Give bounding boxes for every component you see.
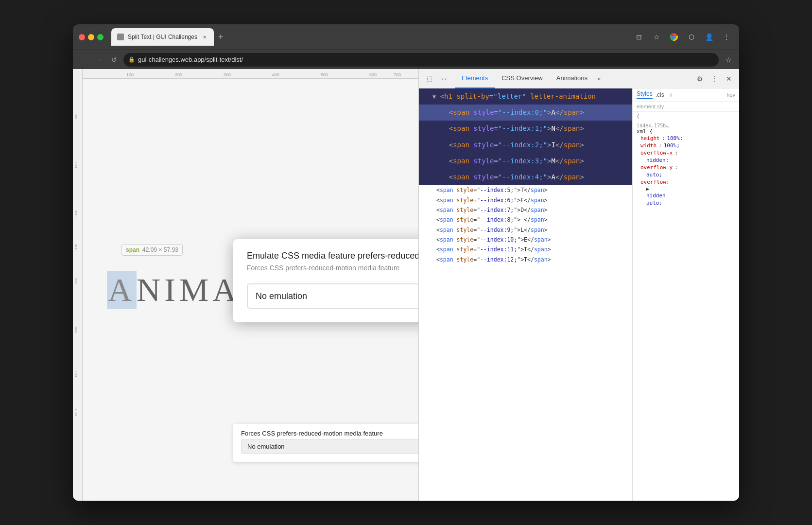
svg-point-0	[672, 35, 676, 39]
styles-overflow-y-val-line: auto;	[637, 171, 735, 178]
tab-elements[interactable]: Elements	[455, 69, 495, 88]
popup-behind-title: Forces CSS prefers-reduced-motion media …	[241, 430, 418, 437]
tree-span-1[interactable]: <span style="--index:1;">N</span>	[419, 121, 632, 137]
url-text: gui-challenges.web.app/split-text/dist/	[138, 56, 714, 63]
content-area: 100 200 300 400 500 600 700 100 200 300 …	[73, 69, 739, 501]
title-bar: Split Text | GUI Challenges ✕ + ⊡ ☆ ⬡ 👤 …	[73, 24, 739, 50]
styles-overflow-hidden: hidden	[637, 192, 735, 199]
page-content: 100 200 300 400 500 600 700 100 200 300 …	[73, 69, 418, 501]
popup-behind-select[interactable]: No emulation prefers-reduced-motion: red…	[241, 439, 418, 454]
tree-span-10[interactable]: <span style="--index:10;">E</span>	[419, 235, 632, 245]
styles-overflow-line: overflow:	[637, 178, 735, 186]
h1-tag: h1	[444, 92, 452, 100]
ruler-tick-left-500: 500	[74, 278, 78, 284]
elements-panel: ▼ <h1 split-by="letter" letter-animation…	[419, 88, 632, 501]
tree-span-0-selected[interactable]: <span style="--index:0;">A</span>	[419, 105, 632, 121]
styles-cls-tab[interactable]: .cls	[656, 91, 664, 98]
styles-index-source: index.175b…	[637, 123, 735, 128]
tooltip-dimensions: 42.09 × 57.93	[142, 246, 178, 253]
chrome-cast-icon[interactable]: ⊡	[632, 30, 646, 44]
overflow-prop: overflow:	[640, 179, 670, 185]
tree-span-8[interactable]: <span style="--index:8;"> </span>	[419, 215, 632, 225]
overflow-hidden-val: hidden	[646, 192, 666, 199]
tree-span-9[interactable]: <span style="--index:9;">L</span>	[419, 225, 632, 235]
devtools-tab-list: Elements CSS Overview Animations »	[455, 69, 690, 88]
ruler-tick-left-800: 800	[74, 409, 78, 416]
styles-filter-row: element.sty	[633, 102, 739, 112]
tree-span-6[interactable]: <span style="--index:6;">E</span>	[419, 195, 632, 205]
traffic-light-green[interactable]	[97, 34, 104, 40]
devtools-close-icon[interactable]: ✕	[723, 72, 735, 85]
ruler-tick-300: 300	[224, 72, 231, 77]
tree-h1-line[interactable]: ▼ <h1 split-by="letter" letter-animation	[419, 88, 632, 105]
ruler-tick-left-400: 400	[74, 244, 78, 250]
tab-close-button[interactable]: ✕	[201, 34, 208, 40]
html-tree-small: <span style="--index:5;">T</span> <span …	[419, 185, 632, 264]
reload-button[interactable]: ↺	[108, 53, 121, 66]
traffic-light-yellow[interactable]	[88, 34, 94, 40]
tree-span-12[interactable]: <span style="--index:12;">T</span>	[419, 255, 632, 264]
profile-icon[interactable]: 👤	[702, 30, 716, 44]
bookmarks-star-icon[interactable]: ☆	[722, 53, 735, 67]
address-right: ☆	[722, 53, 735, 67]
lock-icon: 🔒	[128, 56, 135, 63]
inspect-element-icon[interactable]: ⬚	[423, 72, 436, 86]
styles-overflow-x-val-line: hidden;	[637, 157, 735, 164]
address-bar: ← → ↺ 🔒 gui-challenges.web.app/split-tex…	[73, 50, 739, 69]
devtools-more-tabs[interactable]: »	[594, 75, 604, 82]
extensions-icon[interactable]: ⬡	[685, 30, 698, 44]
styles-overflow-x-line: overflow-x :	[637, 149, 735, 157]
devtools-more-options-icon[interactable]: ⋮	[708, 72, 721, 85]
overflow-x-val: hidden;	[646, 157, 669, 163]
styles-tab[interactable]: Styles	[637, 90, 653, 99]
traffic-light-red[interactable]	[79, 34, 85, 40]
ruler-tick-200: 200	[175, 72, 182, 77]
tab-css-overview[interactable]: CSS Overview	[495, 69, 550, 88]
letter-N: N	[137, 271, 164, 309]
overflow-x-prop: overflow-x	[640, 150, 673, 156]
tree-span-4[interactable]: <span style="--index:4;">A</span>	[419, 169, 632, 185]
popup-select[interactable]: No emulation prefers-reduced-motion: red…	[247, 283, 418, 309]
tab-title: Split Text | GUI Challenges	[128, 34, 197, 40]
back-button[interactable]: ←	[77, 53, 89, 66]
new-tab-button[interactable]: +	[214, 30, 227, 44]
browser-window: Split Text | GUI Challenges ✕ + ⊡ ☆ ⬡ 👤 …	[73, 24, 739, 501]
height-val: 100%;	[667, 135, 683, 141]
styles-colon3: :	[674, 150, 678, 156]
styles-colon: :	[662, 135, 665, 141]
bookmark-icon[interactable]: ☆	[650, 30, 663, 44]
forward-button[interactable]: →	[92, 53, 105, 66]
menu-icon[interactable]: ⋮	[720, 30, 733, 44]
expand-arrow: ▼	[432, 93, 436, 100]
devtools-panel: ⬚ ▱ Elements CSS Overview Animations » ⚙…	[418, 69, 739, 501]
styles-colon4: :	[674, 164, 678, 171]
tab-favicon	[117, 34, 124, 40]
popup-title: Emulate CSS media feature prefers-reduce…	[247, 251, 418, 261]
styles-overflow-auto: auto;	[637, 199, 735, 207]
traffic-lights	[79, 34, 104, 40]
devtools-inspect-icons: ⬚ ▱	[419, 72, 455, 86]
ruler-top: 100 200 300 400 500 600 700	[73, 69, 418, 79]
active-tab[interactable]: Split Text | GUI Challenges ✕	[111, 28, 214, 46]
device-toolbar-icon[interactable]: ▱	[437, 72, 451, 86]
overflow-arrow: ▶	[646, 186, 649, 192]
tab-animations[interactable]: Animations	[550, 69, 594, 88]
tree-span-2[interactable]: <span style="--index:2;">I</span>	[419, 137, 632, 153]
tree-span-5[interactable]: <span style="--index:5;">T</span>	[419, 185, 632, 195]
tree-span-11[interactable]: <span style="--index:11;">T</span>	[419, 245, 632, 254]
width-prop: width	[640, 142, 657, 149]
url-bar[interactable]: 🔒 gui-challenges.web.app/split-text/dist…	[123, 53, 719, 67]
popup-behind: Forces CSS prefers-reduced-motion media …	[233, 424, 418, 462]
devtools-tab-bar: ⬚ ▱ Elements CSS Overview Animations » ⚙…	[419, 69, 739, 88]
ruler-tick-left-700: 700	[74, 370, 78, 377]
styles-add-rule-icon[interactable]: +	[669, 91, 673, 99]
styles-hov-label[interactable]: hov	[726, 92, 735, 98]
styles-panel: Styles .cls + hov element.sty { index.17…	[632, 88, 739, 501]
styles-header: Styles .cls + hov	[633, 88, 739, 102]
html-tree-highlighted: ▼ <h1 split-by="letter" letter-animation…	[419, 88, 632, 185]
tree-span-7[interactable]: <span style="--index:7;">D</span>	[419, 205, 632, 215]
tree-span-3[interactable]: <span style="--index:3;">M</span>	[419, 153, 632, 169]
letter-I: I	[164, 271, 179, 309]
devtools-settings-icon[interactable]: ⚙	[693, 72, 706, 85]
styles-width-line: width : 100%;	[637, 142, 735, 149]
